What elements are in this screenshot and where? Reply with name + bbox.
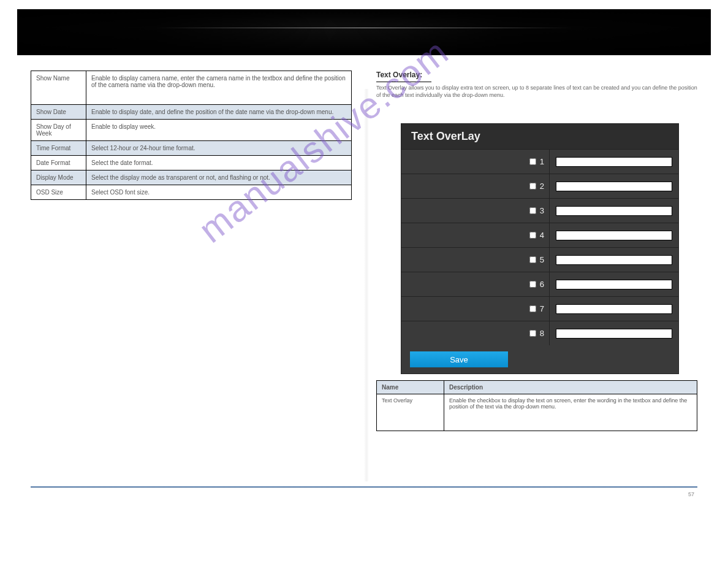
spec-row-label: OSD Size	[31, 185, 86, 200]
overlay-input-cell	[550, 321, 678, 345]
overlay-text-input[interactable]	[556, 329, 672, 339]
spec-row-desc: Select the display mode as transparent o…	[86, 170, 352, 185]
desc-row: Text Overlay Enable the checkbox to disp…	[377, 394, 697, 431]
spec-row-desc: Enable to display camera name, enter the…	[86, 71, 352, 105]
overlay-text-input[interactable]	[556, 280, 672, 289]
overlay-row: 3	[401, 198, 678, 223]
overlay-row-number: 5	[540, 255, 544, 264]
overlay-row: 6	[401, 272, 678, 296]
spec-row-label: Show Name	[31, 71, 86, 105]
overlay-text-input[interactable]	[556, 206, 672, 216]
overlay-input-cell	[550, 174, 678, 198]
overlay-row-number: 6	[540, 280, 544, 289]
overlay-row-label: 3	[401, 199, 550, 223]
spec-row-desc: Enable to display date, and define the p…	[86, 105, 352, 120]
overlay-row-label: 6	[401, 272, 550, 296]
overlay-row: 1	[401, 149, 678, 174]
spec-row: Date FormatSelect the date format.	[31, 156, 352, 170]
overlay-input-cell	[550, 223, 678, 247]
overlay-input-cell	[550, 297, 678, 321]
overlay-input-cell	[550, 199, 678, 223]
overlay-checkbox[interactable]	[529, 183, 536, 190]
overlay-checkbox[interactable]	[529, 158, 536, 165]
desc-row-desc: Enable the checkbox to display the text …	[444, 394, 697, 431]
overlay-row: 7	[401, 296, 678, 321]
spec-row: OSD SizeSelect OSD font size.	[31, 185, 352, 200]
left-column: Show NameEnable to display camera name, …	[31, 71, 352, 431]
spec-row-label: Time Format	[31, 141, 86, 156]
overlay-checkbox[interactable]	[529, 305, 536, 312]
spec-row-desc: Select 12-hour or 24-hour time format.	[86, 141, 352, 156]
spec-row-label: Show Date	[31, 105, 86, 120]
overlay-row-label: 4	[401, 223, 550, 247]
overlay-row-number: 8	[540, 329, 544, 338]
overlay-checkbox[interactable]	[529, 330, 536, 337]
overlay-row-number: 2	[540, 182, 544, 191]
overlay-text-input[interactable]	[556, 157, 672, 167]
overlay-text-input[interactable]	[556, 182, 672, 191]
spec-row-desc: Select the date format.	[86, 156, 352, 170]
overlay-row-label: 2	[401, 174, 550, 198]
overlay-row-label: 7	[401, 297, 550, 321]
spec-row-label: Display Mode	[31, 170, 86, 185]
overlay-row-number: 3	[540, 206, 544, 215]
widget-footer: Save	[401, 345, 678, 373]
spec-row: Display ModeSelect the display mode as t…	[31, 170, 352, 185]
overlay-row-label: 5	[401, 248, 550, 272]
heading-underline	[376, 82, 431, 82]
widget-title: Text OverLay	[401, 124, 678, 149]
spec-row-label: Date Format	[31, 156, 86, 170]
spec-row: Show DateEnable to display date, and def…	[31, 105, 352, 120]
text-overlay-widget: Text OverLay 12345678 Save	[401, 123, 679, 374]
spec-table: Show NameEnable to display camera name, …	[31, 71, 352, 200]
overlay-input-cell	[550, 272, 678, 296]
page-number: 57	[0, 488, 728, 510]
overlay-row: 8	[401, 321, 678, 345]
overlay-text-input[interactable]	[556, 255, 672, 265]
overlay-row: 5	[401, 247, 678, 272]
section-heading: Text Overlay:	[376, 71, 697, 79]
overlay-checkbox[interactable]	[529, 281, 536, 288]
overlay-text-input[interactable]	[556, 304, 672, 314]
spec-row-desc: Select OSD font size.	[86, 185, 352, 200]
header-banner	[17, 9, 711, 55]
overlay-row-number: 1	[540, 157, 544, 166]
overlay-row-label: 1	[401, 150, 550, 174]
desc-head-name: Name	[377, 381, 444, 394]
desc-head-description: Description	[444, 381, 697, 394]
overlay-row: 4	[401, 223, 678, 247]
spec-row: Show Day of WeekEnable to display week.	[31, 120, 352, 141]
overlay-checkbox[interactable]	[529, 256, 536, 263]
overlay-checkbox[interactable]	[529, 207, 536, 214]
right-column: Text Overlay: Text Overlay allows you to…	[376, 71, 697, 431]
overlay-text-input[interactable]	[556, 231, 672, 240]
section-subtext: Text Overlay allows you to display extra…	[376, 85, 697, 99]
spec-row-label: Show Day of Week	[31, 120, 86, 141]
overlay-row-label: 8	[401, 321, 550, 345]
overlay-input-cell	[550, 150, 678, 174]
spec-row: Show NameEnable to display camera name, …	[31, 71, 352, 105]
overlay-input-cell	[550, 248, 678, 272]
spec-row: Time FormatSelect 12-hour or 24-hour tim…	[31, 141, 352, 156]
desc-row-label: Text Overlay	[377, 394, 444, 431]
overlay-row: 2	[401, 174, 678, 198]
overlay-row-number: 7	[540, 304, 544, 313]
overlay-checkbox[interactable]	[529, 232, 536, 239]
overlay-row-number: 4	[540, 231, 544, 240]
save-button[interactable]: Save	[410, 351, 508, 367]
spec-row-desc: Enable to display week.	[86, 120, 352, 141]
description-table: Name Description Text Overlay Enable the…	[376, 380, 697, 431]
